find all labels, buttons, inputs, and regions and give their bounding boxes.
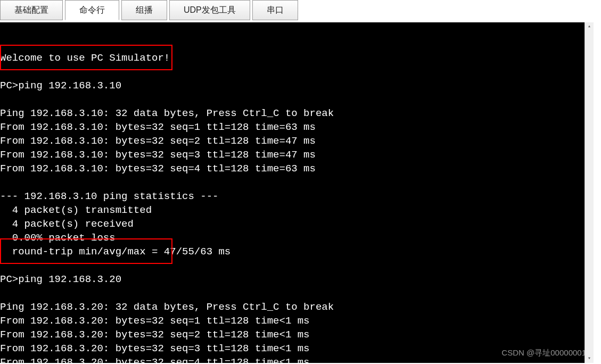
terminal-line: From 192.168.3.20: bytes=32 seq=1 ttl=12… bbox=[0, 314, 594, 328]
scrollbar-vertical[interactable]: ▴ ▾ bbox=[584, 22, 594, 363]
terminal-line bbox=[0, 93, 594, 106]
terminal-line: From 192.168.3.10: bytes=32 seq=3 ttl=12… bbox=[0, 148, 594, 162]
terminal-line: From 192.168.3.10: bytes=32 seq=1 ttl=12… bbox=[0, 120, 594, 134]
terminal-line: From 192.168.3.20: bytes=32 seq=2 ttl=12… bbox=[0, 328, 594, 342]
terminal-line bbox=[0, 65, 594, 79]
tab-bar: 基础配置 命令行 组播 UDP发包工具 串口 bbox=[0, 0, 601, 21]
terminal-line: Ping 192.168.3.20: 32 data bytes, Press … bbox=[0, 300, 594, 314]
terminal-line: 4 packet(s) transmitted bbox=[0, 203, 594, 217]
terminal-line bbox=[0, 259, 594, 272]
terminal-line: PC>ping 192.168.3.10 bbox=[0, 79, 594, 93]
terminal-line: --- 192.168.3.10 ping statistics --- bbox=[0, 189, 594, 203]
scroll-down-icon[interactable]: ▾ bbox=[585, 354, 594, 363]
terminal-line: Ping 192.168.3.10: 32 data bytes, Press … bbox=[0, 106, 594, 120]
terminal-line: 0.00% packet loss bbox=[0, 231, 594, 245]
tab-udp-send-tool[interactable]: UDP发包工具 bbox=[169, 0, 250, 20]
tab-multicast[interactable]: 组播 bbox=[121, 0, 167, 20]
terminal-line: From 192.168.3.10: bytes=32 seq=4 ttl=12… bbox=[0, 162, 594, 176]
terminal[interactable]: Welcome to use PC Simulator! PC>ping 192… bbox=[0, 22, 594, 363]
terminal-line: round-trip min/avg/max = 47/55/63 ms bbox=[0, 245, 594, 259]
terminal-line: From 192.168.3.20: bytes=32 seq=3 ttl=12… bbox=[0, 342, 594, 355]
terminal-line: PC>ping 192.168.3.20 bbox=[0, 272, 594, 286]
terminal-line: From 192.168.3.10: bytes=32 seq=2 ttl=12… bbox=[0, 134, 594, 148]
tab-serial-port[interactable]: 串口 bbox=[252, 0, 298, 20]
terminal-line bbox=[0, 286, 594, 300]
terminal-line: 4 packet(s) received bbox=[0, 217, 594, 231]
tab-command-line[interactable]: 命令行 bbox=[65, 0, 119, 20]
tab-basic-config[interactable]: 基础配置 bbox=[0, 0, 63, 20]
terminal-line bbox=[0, 176, 594, 189]
terminal-line: Welcome to use PC Simulator! bbox=[0, 51, 594, 65]
scroll-up-icon[interactable]: ▴ bbox=[585, 22, 594, 31]
terminal-line: From 192.168.3.20: bytes=32 seq=4 ttl=12… bbox=[0, 355, 594, 363]
